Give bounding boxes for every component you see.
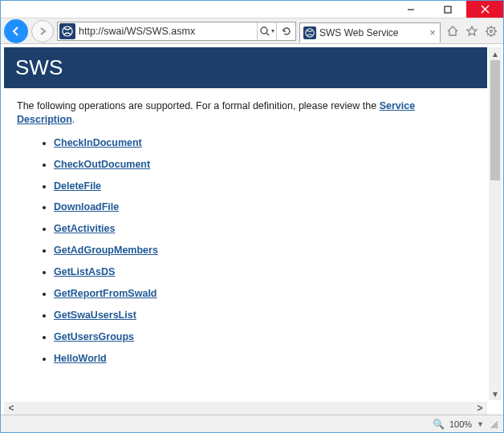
zoom-level: 100% bbox=[449, 419, 472, 429]
address-bar: ▾ bbox=[57, 22, 296, 41]
operation-link[interactable]: HelloWorld bbox=[54, 353, 107, 364]
operation-item: GetListAsDS bbox=[54, 265, 474, 279]
svg-line-5 bbox=[266, 33, 269, 35]
status-bar: 🔍 100% ▼ bbox=[1, 415, 503, 432]
hscroll-track[interactable] bbox=[18, 402, 473, 415]
site-icon bbox=[59, 23, 75, 39]
page-heading: SWS bbox=[4, 47, 487, 88]
operation-link[interactable]: GetSwaUsersList bbox=[54, 310, 136, 321]
back-button[interactable] bbox=[4, 19, 28, 43]
navigation-bar: ▾ SWS Web Service × bbox=[1, 18, 503, 44]
operation-item: GetUsersGroups bbox=[54, 330, 474, 344]
operation-item: GetAdGroupMembers bbox=[54, 244, 474, 257]
operation-item: DeleteFile bbox=[54, 180, 474, 193]
forward-button[interactable] bbox=[31, 20, 54, 42]
operation-link[interactable]: GetAdGroupMembers bbox=[54, 245, 158, 256]
operation-item: GetReportFromSwaId bbox=[54, 287, 474, 301]
refresh-button[interactable] bbox=[276, 22, 295, 40]
scroll-down-icon[interactable]: ▼ bbox=[489, 387, 502, 400]
operation-link[interactable]: GetUsersGroups bbox=[54, 331, 134, 342]
zoom-dropdown-icon[interactable]: ▼ bbox=[477, 420, 484, 428]
operation-item: GetActivities bbox=[54, 222, 474, 236]
operation-item: CheckInDocument bbox=[54, 136, 474, 150]
operation-link[interactable]: DownloadFile bbox=[54, 201, 119, 212]
tab-title: SWS Web Service bbox=[319, 27, 398, 38]
home-icon[interactable] bbox=[445, 24, 460, 38]
tab-close-button[interactable]: × bbox=[425, 26, 440, 38]
vertical-scrollbar[interactable]: ▲ ▼ bbox=[489, 47, 502, 400]
vscroll-thumb[interactable] bbox=[490, 60, 500, 180]
intro-suffix: . bbox=[72, 114, 75, 125]
toolbar-right bbox=[444, 24, 500, 38]
favorites-icon[interactable] bbox=[465, 24, 479, 38]
operation-link[interactable]: DeleteFile bbox=[54, 180, 101, 192]
tab-active[interactable]: SWS Web Service bbox=[300, 26, 425, 39]
client-area: SWS The following operations are support… bbox=[1, 44, 503, 415]
close-button[interactable] bbox=[466, 1, 503, 18]
operation-item: GetSwaUsersList bbox=[54, 309, 474, 322]
scroll-left-icon[interactable]: < bbox=[4, 403, 18, 414]
vscroll-track[interactable] bbox=[489, 60, 502, 387]
svg-rect-1 bbox=[445, 6, 451, 13]
minimize-button[interactable] bbox=[392, 1, 429, 18]
horizontal-scrollbar[interactable]: < > bbox=[4, 402, 487, 415]
tab-favicon bbox=[303, 26, 316, 39]
tools-icon[interactable] bbox=[484, 24, 498, 38]
svg-point-6 bbox=[487, 27, 495, 35]
operation-link[interactable]: GetListAsDS bbox=[54, 266, 115, 277]
operation-item: DownloadFile bbox=[54, 200, 474, 214]
resize-grip-icon[interactable] bbox=[489, 419, 498, 429]
intro-text: The following operations are supported. … bbox=[17, 100, 380, 111]
search-dropdown-icon[interactable]: ▾ bbox=[257, 22, 276, 40]
operation-item: CheckOutDocument bbox=[54, 158, 474, 172]
window-titlebar bbox=[1, 1, 503, 18]
page-body: The following operations are supported. … bbox=[4, 88, 487, 384]
operation-link[interactable]: CheckOutDocument bbox=[54, 159, 150, 170]
scroll-up-icon[interactable]: ▲ bbox=[489, 47, 502, 60]
hscroll-thumb[interactable] bbox=[18, 403, 473, 413]
zoom-icon[interactable]: 🔍 bbox=[433, 419, 445, 430]
operation-link[interactable]: CheckInDocument bbox=[54, 137, 142, 148]
operation-item: HelloWorld bbox=[54, 352, 474, 366]
operation-link[interactable]: GetReportFromSwaId bbox=[54, 288, 157, 299]
svg-point-4 bbox=[261, 27, 267, 34]
page-viewport: SWS The following operations are support… bbox=[4, 47, 487, 400]
operation-link[interactable]: GetActivities bbox=[54, 223, 115, 234]
scroll-right-icon[interactable]: > bbox=[473, 403, 487, 414]
operations-list: CheckInDocumentCheckOutDocumentDeleteFil… bbox=[17, 136, 474, 366]
url-input[interactable] bbox=[77, 26, 257, 37]
svg-point-7 bbox=[490, 30, 493, 32]
maximize-button[interactable] bbox=[429, 1, 466, 18]
tab-strip: SWS Web Service × bbox=[299, 22, 441, 42]
